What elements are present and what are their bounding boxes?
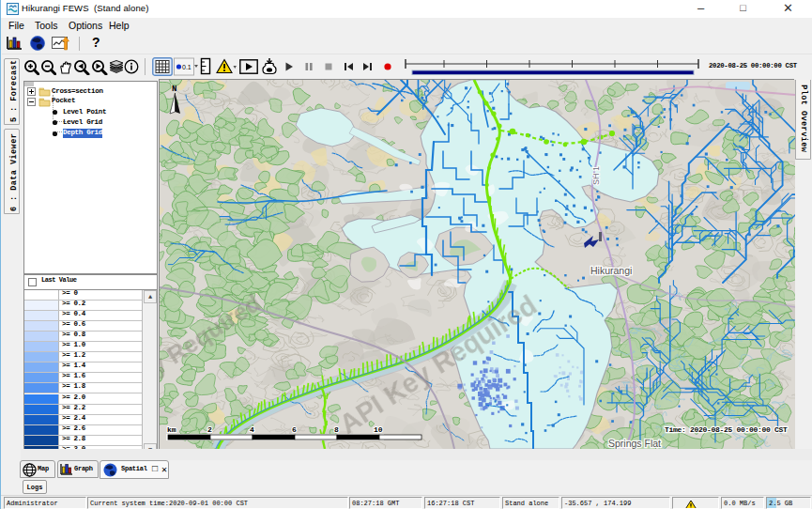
svg-text:6: 6 [292, 425, 297, 434]
svg-text:6 : Data Viewer: 6 : Data Viewer [9, 133, 19, 211]
svg-text:10: 10 [374, 425, 383, 434]
svg-text:2: 2 [207, 425, 212, 434]
svg-text:8: 8 [334, 425, 339, 434]
svg-text:Springs Flat: Springs Flat [608, 438, 661, 449]
svg-text:Time: 2020-08-25 00:00:00 CST: Time: 2020-08-25 00:00:00 CST [665, 425, 788, 434]
svg-text:0.1: 0.1 [182, 64, 192, 70]
svg-text:4: 4 [250, 425, 254, 434]
svg-text:SH 1: SH 1 [591, 166, 601, 185]
svg-text:N: N [172, 85, 176, 94]
svg-text:km: km [167, 425, 176, 434]
svg-text:Hikurangi: Hikurangi [590, 265, 632, 276]
svg-text:5 : Forecast: 5 : Forecast [9, 59, 19, 122]
